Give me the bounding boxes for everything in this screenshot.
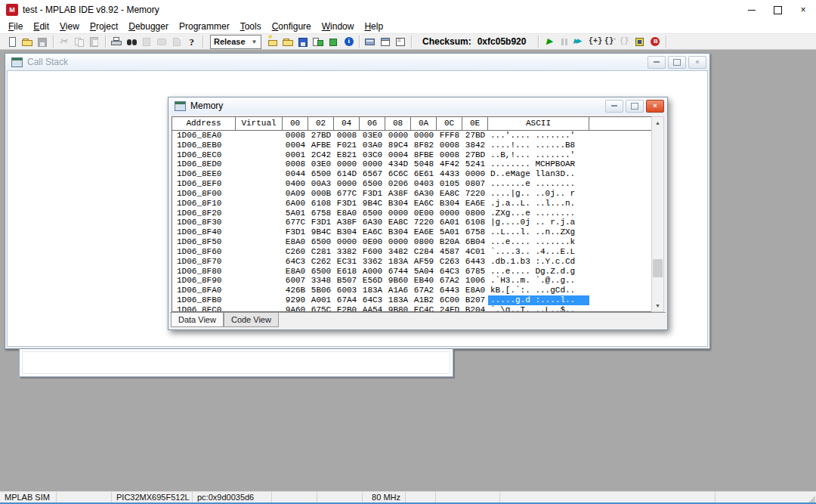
program-target-button[interactable]: [363, 35, 378, 49]
memory-cell[interactable]: D..eMage llan3D..: [488, 169, 589, 179]
memory-cell[interactable]: 0001: [283, 150, 308, 160]
memory-cell[interactable]: 9A60: [283, 305, 308, 312]
memory-cell[interactable]: 4433: [437, 169, 462, 179]
memory-cell[interactable]: 6A30: [360, 218, 385, 227]
menu-file[interactable]: File: [3, 20, 28, 32]
memory-cell[interactable]: 3842: [462, 141, 488, 150]
memory-cell[interactable]: A001: [308, 295, 334, 305]
memory-row-1D06_8F80[interactable]: 1D06_8F80E8A06500E618A00067445A0464C3678…: [172, 267, 652, 277]
memory-row-1D06_8F30[interactable]: 1D06_8F30677CF3D1A38F6A30EA8C72206A01610…: [172, 218, 652, 227]
memory-cell[interactable]: 1D06_8EA0: [172, 131, 236, 141]
memory-cell[interactable]: ....|g.. ..0j.. r: [488, 189, 589, 199]
memory-cell[interactable]: EC4C: [411, 305, 437, 312]
memory-cell[interactable]: 5048: [411, 159, 437, 169]
tab-data-view[interactable]: Data View: [171, 313, 224, 327]
reset-button[interactable]: [632, 35, 648, 49]
memory-row-1D06_8F70[interactable]: 1D06_8F7064C3C262EC313362183AAF59C263644…: [172, 257, 652, 267]
memory-cell[interactable]: .`H3..m. `.@..g..: [488, 276, 589, 286]
memory-cell[interactable]: 1D06_8FA0: [172, 286, 236, 295]
window-minimize-button[interactable]: [739, 0, 765, 20]
memory-cell[interactable]: 8FBE: [411, 150, 437, 160]
memory-cell[interactable]: 675C: [308, 305, 334, 312]
memory-cell[interactable]: B304: [334, 227, 360, 237]
memory-cell[interactable]: 6A30: [411, 189, 437, 199]
memory-cell[interactable]: E8A0: [462, 286, 488, 295]
call-stack-close-button[interactable]: ×: [688, 56, 706, 69]
menu-edit[interactable]: Edit: [28, 20, 54, 32]
memory-cell[interactable]: 1D06_8EB0: [172, 141, 236, 150]
memory-cell[interactable]: [236, 199, 283, 209]
memory-cell[interactable]: 1006: [462, 276, 488, 286]
memory-cell[interactable]: 3362: [360, 257, 385, 267]
memory-cell[interactable]: 03A0: [360, 141, 385, 150]
verify-target-button[interactable]: [393, 35, 408, 49]
build-options-button[interactable]: [341, 35, 356, 49]
memory-cell[interactable]: 7220: [462, 189, 488, 199]
memory-cell[interactable]: AF59: [411, 257, 437, 267]
run-button[interactable]: [542, 35, 557, 49]
memory-cell[interactable]: 8F82: [411, 141, 437, 150]
memory-cell[interactable]: EA6C: [360, 227, 385, 237]
memory-cell[interactable]: 3348: [308, 276, 334, 286]
memory-cell[interactable]: 1D06_8ED0: [172, 159, 236, 169]
memory-cell[interactable]: 0105: [437, 179, 462, 189]
memory-cell[interactable]: B207: [462, 295, 488, 305]
memory-cell[interactable]: 0000: [334, 179, 360, 189]
memory-cell[interactable]: 6500: [308, 169, 334, 179]
memory-cell[interactable]: EA6E: [462, 199, 488, 209]
memory-cell[interactable]: ...e.... Dg.Z.d.g: [488, 267, 589, 277]
memory-cell[interactable]: 64C3: [437, 267, 462, 277]
resize-grip-icon[interactable]: [808, 496, 815, 502]
memory-cell[interactable]: 9290: [283, 295, 308, 305]
scroll-down-icon[interactable]: ▼: [652, 300, 663, 311]
memory-cell[interactable]: 6443: [437, 286, 462, 295]
memory-cell[interactable]: 67A4: [334, 295, 360, 305]
memory-cell[interactable]: 0000: [462, 169, 488, 179]
memory-row-1D06_8EB0[interactable]: 1D06_8EB00004AFBEF02103A089C48F820008384…: [172, 141, 652, 150]
memory-cell[interactable]: 0206: [385, 179, 411, 189]
memory-cell[interactable]: 0000: [385, 237, 411, 247]
memory-cell[interactable]: 000B: [308, 189, 334, 199]
find-button[interactable]: [124, 35, 139, 49]
memory-row-1D06_8F00[interactable]: 1D06_8F000A09000B677CF3D1A38F6A30EA8C722…: [172, 189, 652, 199]
memory-cell[interactable]: 0000: [437, 209, 462, 218]
memory-cell[interactable]: 0008: [437, 150, 462, 160]
memory-close-button[interactable]: ×: [646, 100, 664, 113]
release-combobox[interactable]: Release ▼: [210, 35, 261, 49]
memory-title-bar[interactable]: Memory ×: [168, 97, 667, 114]
make-button[interactable]: [326, 35, 341, 49]
memory-cell[interactable]: [236, 247, 283, 257]
memory-cell[interactable]: 6A01: [437, 218, 462, 227]
memory-cell[interactable]: kB.[.`:. ...gCd..: [488, 286, 589, 295]
memory-row-1D06_8F50[interactable]: 1D06_8F50E8A0650000000E0000000800B20A6B0…: [172, 237, 652, 247]
memory-cell[interactable]: 6500: [360, 209, 385, 218]
menu-tools[interactable]: Tools: [235, 20, 267, 32]
memory-cell[interactable]: 27BD: [308, 131, 334, 141]
memory-cell[interactable]: 3382: [334, 247, 360, 257]
memory-cell[interactable]: E821: [334, 150, 360, 160]
save-workspace-button[interactable]: [295, 35, 311, 49]
vertical-scrollbar[interactable]: ▲ ▼: [651, 116, 664, 312]
memory-row-1D06_8EA0[interactable]: 1D06_8EA0000827BD000803E000000000FFF827B…: [172, 131, 652, 141]
memory-cell[interactable]: A1A6: [385, 286, 411, 295]
new-file-button[interactable]: [5, 35, 20, 49]
memory-cell[interactable]: C260: [283, 247, 308, 257]
memory-cell[interactable]: ..L...l. ..n..ZXg: [488, 227, 589, 237]
open-file-button[interactable]: [20, 35, 35, 49]
read-target-button[interactable]: [378, 35, 393, 49]
menu-project[interactable]: Project: [85, 20, 123, 32]
memory-cell[interactable]: [236, 227, 283, 237]
memory-cell[interactable]: A38F: [334, 218, 360, 227]
memory-cell[interactable]: B507: [334, 276, 360, 286]
memory-cell[interactable]: 0000: [385, 209, 411, 218]
memory-cell[interactable]: 6500: [308, 237, 334, 247]
memory-cell[interactable]: 00A3: [308, 179, 334, 189]
memory-cell[interactable]: B304: [385, 227, 411, 237]
memory-cell[interactable]: 64C3: [283, 257, 308, 267]
memory-cell[interactable]: 0008: [283, 159, 308, 169]
memory-cell[interactable]: F2B0: [334, 305, 360, 312]
memory-cell[interactable]: [236, 159, 283, 169]
memory-cell[interactable]: 1D06_8F10: [172, 199, 236, 209]
memory-cell[interactable]: 67A2: [411, 286, 437, 295]
memory-row-1D06_8F20[interactable]: 1D06_8F205A016758E8A0650000000E000000080…: [172, 209, 652, 218]
